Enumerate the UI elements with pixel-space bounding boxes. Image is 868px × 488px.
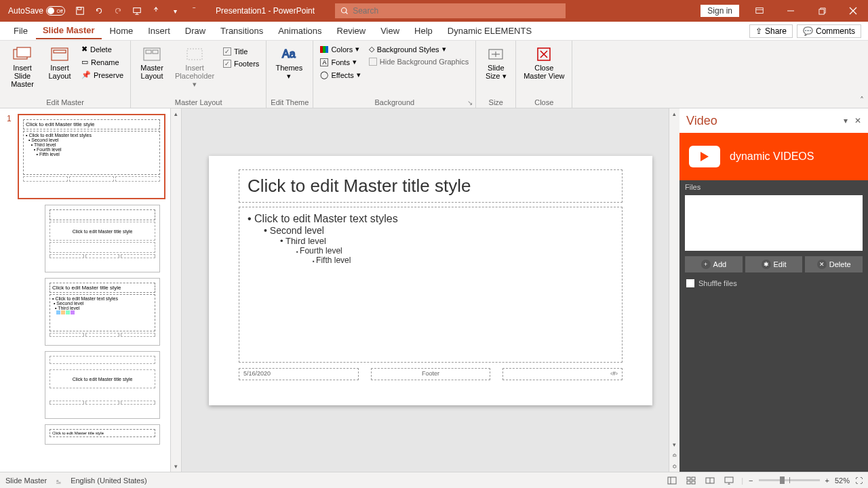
dialog-launcher-icon[interactable]: ↘ <box>467 99 473 106</box>
files-listbox[interactable] <box>685 195 863 251</box>
maximize-icon[interactable] <box>807 0 837 22</box>
redo-icon[interactable] <box>110 3 126 19</box>
pane-close-icon[interactable]: ✕ <box>854 116 861 125</box>
tab-draw[interactable]: Draw <box>178 23 212 39</box>
footer-placeholder[interactable]: Footer <box>371 368 491 380</box>
effects-button[interactable]: ◯Effects ▾ <box>317 69 363 81</box>
title-placeholder[interactable]: Click to edit Master title style <box>239 169 623 203</box>
layout-thumbnail[interactable]: Click to edit Master title style <box>45 424 160 445</box>
search-box[interactable] <box>335 3 566 18</box>
insert-placeholder-button[interactable]: Insert Placeholder ▾ <box>172 43 218 92</box>
tab-review[interactable]: Review <box>330 23 373 39</box>
share-button[interactable]: ⇪Share <box>749 24 793 38</box>
share-icon: ⇪ <box>755 26 762 36</box>
minimize-icon[interactable] <box>776 0 806 22</box>
language-label[interactable]: English (United States) <box>71 476 147 485</box>
tab-view[interactable]: View <box>374 23 406 39</box>
svg-rect-9 <box>54 50 66 53</box>
save-icon[interactable] <box>72 3 88 19</box>
layout-thumbnail[interactable]: Click to edit Master title style • Click… <box>45 278 160 346</box>
insert-slide-master-button[interactable]: Insert Slide Master <box>4 43 41 91</box>
footers-checkbox[interactable]: ✓Footers <box>220 58 262 69</box>
colors-button[interactable]: Colors ▾ <box>317 43 363 55</box>
present-icon[interactable] <box>129 3 145 19</box>
tab-slide-master[interactable]: Slide Master <box>36 22 102 39</box>
fit-window-icon[interactable]: ⛶ <box>855 476 863 485</box>
autosave-toggle[interactable]: AutoSave Off <box>4 5 69 17</box>
layout-thumbnail[interactable]: Click to edit Master title style <box>45 205 160 272</box>
zoom-level[interactable]: 52% <box>835 476 850 485</box>
search-icon <box>340 7 349 15</box>
slide-size-button[interactable]: Slide Size ▾ <box>480 43 511 83</box>
group-close: Close Master View Close <box>516 41 572 108</box>
next-slide-icon[interactable]: ≎ <box>669 461 679 472</box>
svg-rect-11 <box>146 50 151 54</box>
zoom-out-button[interactable]: − <box>749 476 753 485</box>
tab-animations[interactable]: Animations <box>271 23 328 39</box>
bg-styles-button[interactable]: ◇Background Styles ▾ <box>366 43 471 55</box>
zoom-in-button[interactable]: + <box>825 476 829 485</box>
scroll-up-icon[interactable]: ▴ <box>669 108 679 119</box>
title-bar: AutoSave Off ▾ ‾ Presentation1 - PowerPo… <box>0 0 868 22</box>
delete-button[interactable]: ✖Delete <box>79 43 126 55</box>
signin-button[interactable]: Sign in <box>701 5 739 17</box>
group-label: Edit Theme <box>271 97 309 106</box>
undo-icon[interactable] <box>91 3 107 19</box>
scroll-down-icon[interactable]: ▾ <box>171 461 181 472</box>
workspace: 1 Click to edit Master title style • Cli… <box>0 108 868 472</box>
close-master-button[interactable]: Close Master View <box>520 43 568 83</box>
scroll-up-icon[interactable]: ▴ <box>171 108 181 119</box>
master-thumbnail[interactable]: Click to edit Master title style • Click… <box>18 114 165 199</box>
qat-dropdown-icon[interactable]: ▾ <box>167 3 183 19</box>
tab-file[interactable]: File <box>7 23 35 39</box>
layout-thumbnail[interactable]: Click to edit Master title style <box>45 351 160 419</box>
comments-button[interactable]: 💬Comments <box>797 24 861 38</box>
slide-size-icon <box>486 46 506 62</box>
body-placeholder[interactable]: Click to edit Master text styles Second … <box>239 207 623 363</box>
slide-canvas[interactable]: Click to edit Master title style Click t… <box>209 156 652 405</box>
normal-view-icon[interactable] <box>665 475 679 486</box>
page-number-placeholder[interactable]: ‹#› <box>502 368 623 380</box>
svg-rect-1 <box>78 7 81 10</box>
sorter-view-icon[interactable] <box>684 475 698 486</box>
edit-button[interactable]: ✱Edit <box>745 256 803 272</box>
master-layout-button[interactable]: Master Layout <box>135 43 169 83</box>
fonts-button[interactable]: AFonts ▾ <box>317 56 363 68</box>
qat-more-icon[interactable]: ‾ <box>186 3 202 19</box>
tab-transitions[interactable]: Transitions <box>214 23 270 39</box>
ribbon-display-icon[interactable] <box>745 0 774 22</box>
touch-mode-icon[interactable] <box>148 3 164 19</box>
reading-view-icon[interactable] <box>703 475 717 486</box>
tab-home[interactable]: Home <box>103 23 140 39</box>
svg-point-3 <box>342 8 347 14</box>
thumb-scrollbar[interactable]: ▴ ▾ <box>170 108 181 472</box>
svg-rect-20 <box>687 481 690 484</box>
svg-rect-2 <box>134 8 141 13</box>
pane-options-icon[interactable]: ▾ <box>844 116 848 125</box>
hide-bg-checkbox[interactable]: Hide Background Graphics <box>366 56 471 67</box>
tab-dynamic-elements[interactable]: Dynamic ELEMENTS <box>441 23 538 39</box>
preserve-button[interactable]: 📌Preserve <box>79 69 126 81</box>
add-button[interactable]: +Add <box>685 256 743 272</box>
delete-button[interactable]: ✕Delete <box>805 256 863 272</box>
title-checkbox[interactable]: ✓Title <box>220 46 262 57</box>
insert-layout-button[interactable]: Insert Layout <box>43 43 76 83</box>
files-label: Files <box>679 180 868 192</box>
zoom-slider[interactable] <box>759 479 820 481</box>
checkbox-icon: ✓ <box>223 60 231 68</box>
video-pane: Video ▾ ✕ dynamic VIDEOS Files +Add ✱Edi… <box>679 108 868 472</box>
shuffle-checkbox[interactable]: Shuffle files <box>679 272 868 294</box>
prev-slide-icon[interactable]: ≏ <box>669 450 679 461</box>
canvas-scrollbar[interactable]: ▴ ▾ ≏ ≎ <box>669 108 679 472</box>
tab-insert[interactable]: Insert <box>141 23 177 39</box>
collapse-ribbon-icon[interactable]: ˄ <box>860 96 864 105</box>
themes-button[interactable]: AaThemes▾ <box>271 43 307 83</box>
tab-help[interactable]: Help <box>408 23 439 39</box>
close-icon[interactable] <box>838 0 868 22</box>
date-placeholder[interactable]: 5/16/2020 <box>239 368 359 380</box>
scroll-down-icon[interactable]: ▾ <box>669 439 679 450</box>
search-input[interactable] <box>353 6 560 16</box>
spellcheck-icon[interactable]: ⎁ <box>56 476 61 485</box>
slideshow-view-icon[interactable] <box>722 475 736 486</box>
rename-button[interactable]: ▭Rename <box>79 56 126 68</box>
